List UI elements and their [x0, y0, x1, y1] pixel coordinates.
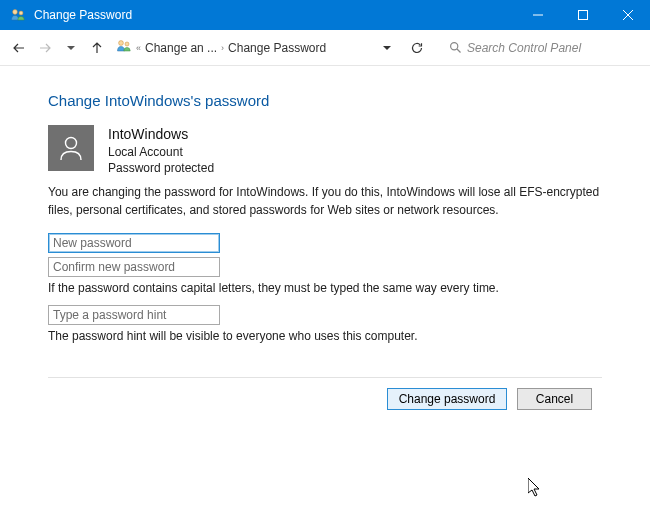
breadcrumb[interactable]: « Change an ... › Change Password: [116, 38, 372, 57]
svg-rect-3: [578, 11, 587, 20]
forward-button[interactable]: [34, 37, 56, 59]
user-accounts-icon: [116, 38, 132, 57]
avatar: [48, 125, 94, 171]
user-accounts-icon: [8, 5, 28, 25]
maximize-button[interactable]: [560, 0, 605, 30]
chevron-left-icon: «: [136, 43, 141, 53]
breadcrumb-segment[interactable]: Change Password: [228, 41, 326, 55]
account-status: Password protected: [108, 160, 214, 176]
caps-note: If the password contains capital letters…: [48, 281, 602, 295]
chevron-right-icon: ›: [221, 43, 224, 53]
button-row: Change password Cancel: [48, 378, 602, 410]
refresh-button[interactable]: [406, 37, 428, 59]
close-button[interactable]: [605, 0, 650, 30]
password-hint-field[interactable]: [48, 305, 220, 325]
cursor-icon: [528, 478, 542, 498]
breadcrumb-dropdown[interactable]: [376, 37, 398, 59]
titlebar: Change Password: [0, 0, 650, 30]
svg-point-6: [119, 41, 124, 46]
search-input[interactable]: [467, 41, 627, 55]
cancel-button[interactable]: Cancel: [517, 388, 592, 410]
content-area: Change IntoWindows's password IntoWindow…: [0, 66, 650, 410]
minimize-button[interactable]: [515, 0, 560, 30]
hint-note: The password hint will be visible to eve…: [48, 329, 602, 343]
up-button[interactable]: [86, 37, 108, 59]
confirm-password-field[interactable]: [48, 257, 220, 277]
svg-point-10: [66, 138, 77, 149]
svg-point-8: [450, 43, 457, 50]
recent-dropdown[interactable]: [60, 37, 82, 59]
breadcrumb-segment[interactable]: Change an ...: [145, 41, 217, 55]
change-password-button[interactable]: Change password: [387, 388, 507, 410]
user-summary: IntoWindows Local Account Password prote…: [48, 125, 602, 176]
svg-point-0: [13, 10, 18, 15]
svg-point-1: [19, 11, 23, 15]
nav-row: « Change an ... › Change Password: [0, 30, 650, 66]
back-button[interactable]: [8, 37, 30, 59]
account-name: IntoWindows: [108, 125, 214, 144]
new-password-field[interactable]: [48, 233, 220, 253]
warning-text: You are changing the password for IntoWi…: [48, 184, 602, 219]
window-title: Change Password: [34, 8, 515, 22]
search-icon: [443, 41, 467, 54]
svg-point-7: [125, 42, 129, 46]
page-heading: Change IntoWindows's password: [48, 92, 602, 109]
svg-line-9: [457, 49, 461, 53]
search-box[interactable]: [442, 36, 642, 60]
account-type: Local Account: [108, 144, 214, 160]
